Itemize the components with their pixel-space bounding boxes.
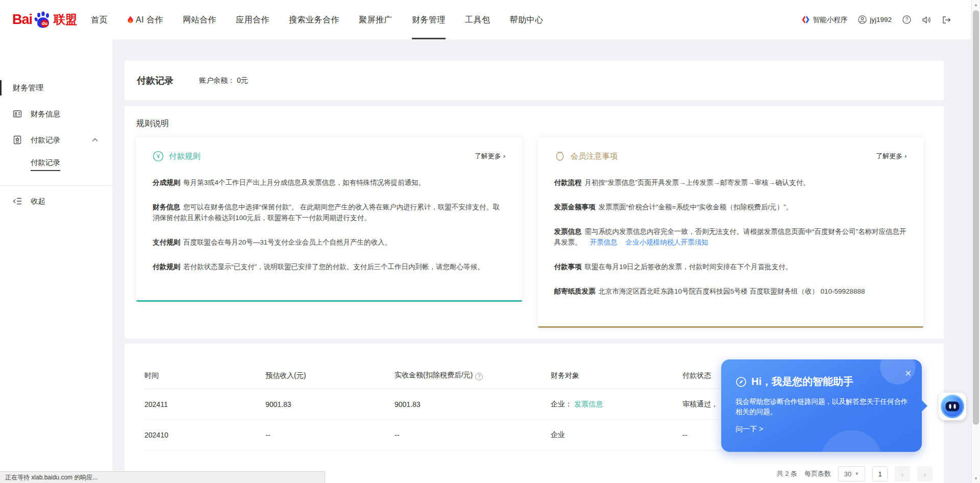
logo-union-text: 联盟 [54, 12, 77, 28]
assistant-message: 我会帮助您诊断合作链路问题，以及解答您关于任何合作相关的问题。 [736, 397, 912, 417]
col-actual-amount: 实收金额(扣除税费后/元)? [395, 371, 551, 380]
sound-icon[interactable] [922, 16, 932, 24]
assistant-popup: Hi，我是您的智能助手 ✕ 我会帮助您诊断合作链路问题，以及解答您关于任何合作相… [721, 359, 922, 452]
mini-program-icon [801, 15, 810, 24]
account-balance: 账户余额： 0元 [199, 76, 248, 85]
nav-item-toolkit[interactable]: 工具包 [465, 0, 491, 39]
member-notes-more-link[interactable]: 了解更多 › [876, 152, 907, 161]
nav-item-search-business[interactable]: 搜索业务合作 [289, 0, 339, 39]
scroll-down-arrow-icon[interactable]: ▼ [972, 475, 980, 482]
sidebar-divider [0, 185, 112, 186]
nav-right-cluster: 智能小程序 jyj1992 ? [801, 15, 951, 25]
logo-bai-text: Bai [12, 12, 32, 28]
cell-time: 202410 [144, 431, 265, 439]
chevron-down-icon: ▼ [854, 471, 859, 476]
baidu-paw-icon: du [34, 11, 51, 28]
per-page-select[interactable]: 30 ▼ [838, 466, 865, 481]
certificate-icon [13, 135, 22, 144]
flame-icon [127, 16, 134, 24]
ask-now-link[interactable]: 问一下 > [736, 425, 908, 434]
rule-paragraph: 邮寄纸质发票北京市海淀区西北旺东路10号院百度科技园5号楼 百度联盟财务组（收）… [554, 286, 908, 297]
close-icon[interactable]: ✕ [905, 369, 912, 378]
nav-item-home[interactable]: 首页 [91, 0, 108, 39]
nav-item-screen-promotion[interactable]: 聚屏推广 [359, 0, 393, 39]
col-estimated-income: 预估收入(元) [265, 371, 395, 380]
bird-icon [554, 151, 566, 162]
browser-status-bubble: 正在等待 xlab.baidu.com 的响应... [0, 471, 325, 483]
user-account[interactable]: jyj1992 [858, 15, 892, 24]
total-count: 共 2 条 [777, 469, 797, 478]
payment-rules-card: ¥ 付款规则 了解更多 › 分成规则每月第3或4个工作日产出上月分成信息及发票信… [136, 137, 522, 302]
robot-icon [941, 395, 964, 418]
sidebar-collapse-button[interactable]: 收起 [0, 194, 112, 209]
id-card-icon [13, 109, 22, 118]
rule-paragraph: 付款规则若付款状态显示“已支付”，说明联盟已安排了您的付款。支付后三个工作日内到… [153, 261, 506, 272]
question-circle-icon[interactable]: ? [475, 373, 483, 380]
svg-text:¥: ¥ [156, 153, 160, 159]
col-finance-object: 财务对象 [551, 371, 682, 380]
nav-item-website-cooperation[interactable]: 网站合作 [183, 0, 216, 39]
account-balance-value: 0元 [237, 76, 248, 84]
coin-yen-icon: ¥ [153, 151, 164, 162]
payment-rules-title: 付款规则 [169, 151, 201, 162]
sidebar-subitem-payment-records[interactable]: 付款记录 [31, 158, 60, 171]
assistant-title: Hi，我是您的智能助手 [751, 375, 853, 389]
collapse-icon [13, 198, 22, 205]
page-header-card: 付款记录 账户余额： 0元 [125, 61, 944, 100]
page-title: 付款记录 [137, 75, 174, 87]
next-page-button[interactable]: › [917, 466, 933, 481]
cell-finance-object: 企业 [551, 430, 682, 440]
help-icon[interactable]: ? [902, 15, 911, 24]
payment-rules-more-link[interactable]: 了解更多 › [475, 152, 506, 161]
nav-item-help-center[interactable]: 帮助中心 [510, 0, 544, 39]
nav-item-ai-cooperation[interactable]: AI 合作 [127, 0, 163, 39]
rule-paragraph: 发票信息需与系统内发票信息内容完全一致，否则无法支付。请根据发票信息页面中“百度… [554, 226, 908, 248]
page-number-button[interactable]: 1 [872, 466, 888, 481]
cell-estimated: 9001.83 [265, 400, 395, 408]
sidebar-item-finance-info[interactable]: 财务信息 [0, 106, 112, 122]
rules-section-title: 规则说明 [136, 118, 923, 129]
rule-paragraph: 财务信息您可以在财务信息中选择“保留付款”。 在此期间您产生的收入将在账户内进行… [153, 202, 506, 223]
prev-page-button[interactable]: ‹ [895, 466, 910, 481]
chevron-up-icon [92, 138, 98, 142]
logout-icon[interactable] [942, 16, 951, 24]
pagination: 共 2 条 每页条数 30 ▼ 1 ‹ › [777, 466, 933, 481]
cell-actual: 9001.83 [395, 400, 551, 408]
assistant-robot-button[interactable] [939, 393, 966, 420]
rule-paragraph: 支付规则百度联盟会在每月20号—31号支付企业会员上个自然月产生的收入。 [153, 237, 506, 248]
sidebar-section-finance-management[interactable]: 财务管理 [0, 80, 112, 95]
col-time: 时间 [144, 371, 265, 380]
svg-text:?: ? [905, 17, 909, 22]
cell-time: 202411 [144, 400, 265, 408]
baidu-union-logo[interactable]: Bai du 联盟 [12, 11, 77, 28]
rule-paragraph: 分成规则每月第3或4个工作日产出上月分成信息及发票信息，如有特殊情况将提前通知。 [153, 177, 506, 188]
user-icon [858, 15, 867, 24]
nav-item-finance-management[interactable]: 财务管理 [412, 0, 446, 39]
cell-finance-object: 企业： 发票信息 [551, 400, 682, 409]
invoice-info-link[interactable]: 开票信息 [590, 238, 618, 246]
nav-item-app-cooperation[interactable]: 应用合作 [236, 0, 270, 39]
small-taxpayer-guide-link[interactable]: 企业小规模纳税人开票须知 [626, 238, 708, 246]
rule-paragraph: 付款流程月初按“发票信息”页面开具发票→上传发票→邮寄发票→审核→确认支付。 [554, 177, 908, 188]
top-navigation: Bai du 联盟 首页 AI 合作 网站合作 [0, 0, 971, 39]
scroll-up-arrow-icon[interactable]: ▲ [972, 1, 980, 8]
sidebar-item-payment-records[interactable]: 付款记录 [0, 132, 112, 148]
rule-paragraph: 发票金额事项发票票面“价税合计”金额=系统中“实收金额（扣除税费后/元）”。 [554, 202, 908, 212]
cell-actual: -- [395, 431, 551, 439]
mini-program-entry[interactable]: 智能小程序 [801, 15, 848, 25]
member-notes-title: 会员注意事项 [571, 151, 618, 162]
rules-card: 规则说明 ¥ 付款规则 了解更多 › 分成规则每月第3或4个工作日产出上月分成信… [125, 106, 944, 339]
main-nav: 首页 AI 合作 网站合作 应用合作 搜索业务合作 聚屏推广 财务管理 工具包 … [91, 0, 544, 39]
scrollbar-thumb[interactable] [973, 10, 979, 425]
member-notes-card: 会员注意事项 了解更多 › 付款流程月初按“发票信息”页面开具发票→上传发票→邮… [538, 137, 924, 328]
svg-text:du: du [42, 21, 47, 26]
cell-estimated: -- [265, 431, 395, 439]
compass-icon [736, 376, 747, 388]
rule-paragraph: 付款事项联盟在每月19日之后签收的发票，付款时间安排在下个月首批支付。 [554, 261, 908, 272]
per-page-label: 每页条数 [804, 469, 831, 478]
sidebar: 财务管理 财务信息 付款记录 付款记录 [0, 39, 112, 483]
scrollbar[interactable]: ▲ ▼ [971, 0, 980, 483]
invoice-info-table-link[interactable]: 发票信息 [574, 400, 603, 408]
